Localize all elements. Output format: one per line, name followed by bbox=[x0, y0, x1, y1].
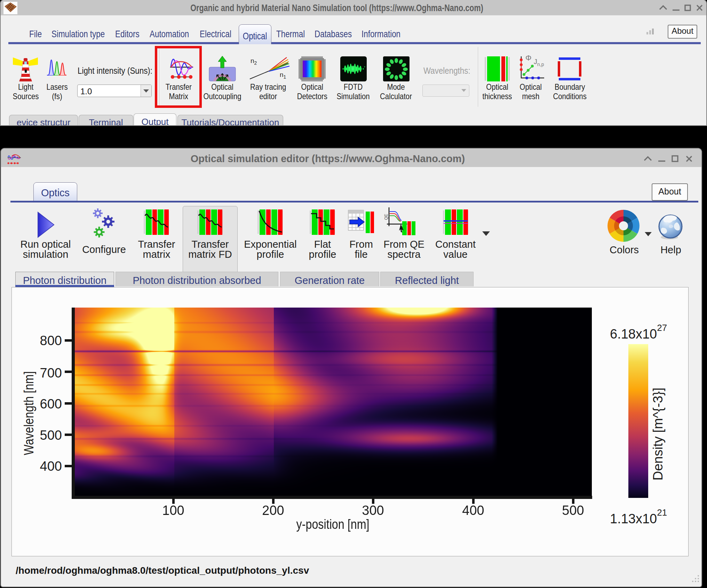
svg-text:Φ: Φ bbox=[525, 54, 532, 62]
svg-text:QE: QE bbox=[384, 214, 389, 220]
svg-text:n2: n2 bbox=[251, 57, 257, 66]
svg-text:n1: n1 bbox=[280, 71, 286, 80]
svg-text:Jn,p: Jn,p bbox=[534, 58, 544, 67]
